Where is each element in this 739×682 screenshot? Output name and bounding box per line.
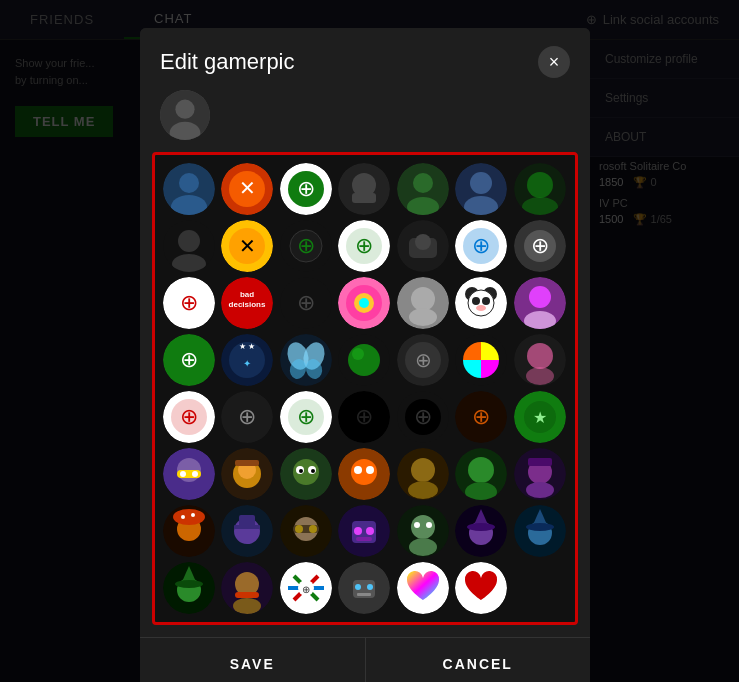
gamerpic-30[interactable]: ⊕ <box>221 391 273 443</box>
gamerpic-51[interactable] <box>221 562 273 614</box>
svg-point-88 <box>527 343 553 369</box>
gamerpic-53[interactable] <box>338 562 390 614</box>
gamerpic-42[interactable] <box>514 448 566 500</box>
gamerpic-15[interactable]: ⊕ <box>163 277 215 329</box>
svg-point-22 <box>527 172 553 198</box>
gamerpic-7[interactable] <box>514 163 566 215</box>
gamerpic-2[interactable]: ✕ <box>221 163 273 215</box>
avatar-icon <box>160 90 210 140</box>
svg-rect-155 <box>356 537 372 541</box>
gamerpic-1[interactable] <box>163 163 215 215</box>
gamerpic-12[interactable] <box>397 220 449 272</box>
gamerpic-19[interactable] <box>397 277 449 329</box>
gamerpic-21[interactable] <box>514 277 566 329</box>
gamerpic-20[interactable] <box>455 277 507 329</box>
svg-point-176 <box>233 598 261 614</box>
gamerpic-10[interactable]: ⊕ <box>280 220 332 272</box>
gamerpic-11[interactable]: ⊕ <box>338 220 390 272</box>
gamerpic-46[interactable] <box>338 505 390 557</box>
gamerpic-9[interactable]: ✕ <box>221 220 273 272</box>
gamerpic-47[interactable] <box>397 505 449 557</box>
svg-text:⊕: ⊕ <box>302 584 310 595</box>
gamerpic-3[interactable]: ⊕ <box>280 163 332 215</box>
gamerpic-36[interactable] <box>163 448 215 500</box>
svg-point-160 <box>426 522 432 528</box>
gamerpic-25[interactable] <box>338 334 390 386</box>
gamerpic-grid-container: ✕ ⊕ <box>152 152 578 625</box>
gamerpic-31[interactable]: ⊕ <box>280 391 332 443</box>
gamerpic-14[interactable]: ⊕ <box>514 220 566 272</box>
svg-point-4 <box>179 173 199 193</box>
svg-rect-116 <box>235 460 259 466</box>
gamerpic-45[interactable] <box>280 505 332 557</box>
svg-point-65 <box>476 305 486 311</box>
svg-point-125 <box>354 466 362 474</box>
gamerpic-5[interactable] <box>397 163 449 215</box>
svg-point-149 <box>295 525 303 533</box>
edit-gamerpic-modal: Edit gamerpic × ✕ ⊕ <box>140 28 590 682</box>
svg-text:⊕: ⊕ <box>414 404 432 429</box>
gamerpic-4[interactable] <box>338 163 390 215</box>
svg-text:⊕: ⊕ <box>531 233 549 258</box>
svg-text:decisions: decisions <box>229 300 266 309</box>
gamerpic-38[interactable] <box>280 448 332 500</box>
svg-point-159 <box>414 522 420 528</box>
svg-point-168 <box>526 523 554 531</box>
svg-text:⊕: ⊕ <box>180 290 198 315</box>
gamerpic-16[interactable]: baddecisions <box>221 277 273 329</box>
gamerpic-28[interactable] <box>514 334 566 386</box>
svg-point-158 <box>409 538 437 556</box>
gamerpic-22[interactable]: ⊕ <box>163 334 215 386</box>
gamerpic-6[interactable] <box>455 163 507 215</box>
gamerpic-23[interactable]: ★ ★✦ <box>221 334 273 386</box>
svg-point-150 <box>309 525 317 533</box>
svg-text:⊕: ⊕ <box>297 176 315 201</box>
gamerpic-29[interactable]: ⊕ <box>163 391 215 443</box>
svg-text:bad: bad <box>240 290 254 299</box>
cancel-button[interactable]: CANCEL <box>366 638 591 682</box>
gamerpic-8[interactable] <box>163 220 215 272</box>
svg-text:✕: ✕ <box>239 235 256 257</box>
svg-point-58 <box>409 308 437 326</box>
gamerpic-49[interactable] <box>514 505 566 557</box>
svg-text:⊕: ⊕ <box>472 233 490 258</box>
gamerpic-43[interactable] <box>163 505 215 557</box>
gamerpic-24[interactable] <box>280 334 332 386</box>
svg-point-153 <box>354 527 362 535</box>
gamerpic-44[interactable] <box>221 505 273 557</box>
gamerpic-41[interactable] <box>455 448 507 500</box>
gamerpic-39[interactable] <box>338 448 390 500</box>
gamerpic-34[interactable]: ⊕ <box>455 391 507 443</box>
gamerpic-27[interactable] <box>455 334 507 386</box>
save-button[interactable]: SAVE <box>140 638 366 682</box>
gamerpic-26[interactable]: ⊕ <box>397 334 449 386</box>
gamerpic-54[interactable] <box>397 562 449 614</box>
gamerpic-13[interactable]: ⊕ <box>455 220 507 272</box>
gamerpic-37[interactable] <box>221 448 273 500</box>
gamerpic-33[interactable]: ⊕ <box>397 391 449 443</box>
gamerpic-35[interactable]: ★ <box>514 391 566 443</box>
svg-text:★ ★: ★ ★ <box>239 342 255 351</box>
gamerpic-40[interactable] <box>397 448 449 500</box>
svg-point-64 <box>482 297 490 305</box>
svg-point-140 <box>181 515 185 519</box>
gamerpic-18[interactable] <box>338 277 390 329</box>
svg-text:⊕: ⊕ <box>238 404 256 429</box>
svg-rect-14 <box>352 193 376 203</box>
gamerpic-50[interactable] <box>163 562 215 614</box>
svg-text:⊕: ⊕ <box>355 233 373 258</box>
gamerpic-48[interactable] <box>455 505 507 557</box>
svg-point-185 <box>355 584 361 590</box>
svg-text:⊕: ⊕ <box>355 404 373 429</box>
gamerpic-55[interactable] <box>455 562 507 614</box>
svg-point-25 <box>178 230 200 252</box>
modal-title: Edit gamerpic <box>160 49 295 75</box>
modal-close-button[interactable]: × <box>538 46 570 78</box>
gamerpic-17[interactable]: ⊕ <box>280 277 332 329</box>
svg-point-139 <box>173 509 205 525</box>
gamerpic-32[interactable]: ⊕ <box>338 391 390 443</box>
svg-text:⊕: ⊕ <box>180 404 198 429</box>
gamerpic-52[interactable]: ⊕ <box>280 562 332 614</box>
svg-point-122 <box>311 469 315 473</box>
svg-point-121 <box>299 469 303 473</box>
